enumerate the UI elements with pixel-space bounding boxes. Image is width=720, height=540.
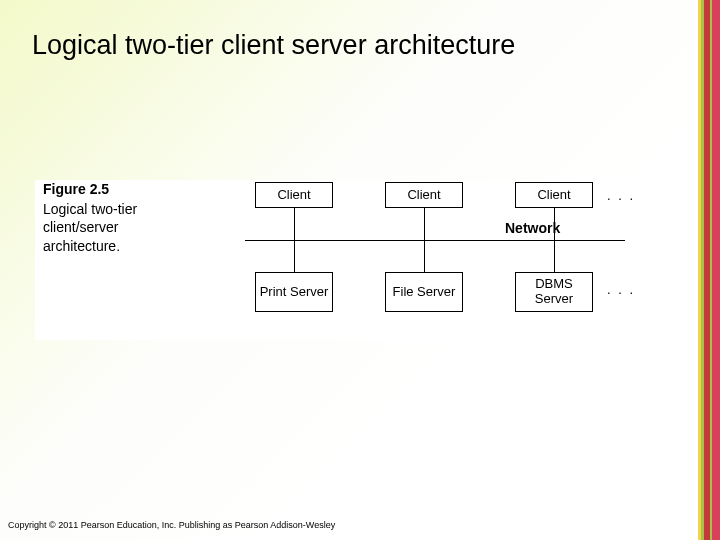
network-label: Network [505, 220, 560, 236]
slide-title: Logical two-tier client server architect… [32, 30, 515, 61]
connector-line [424, 208, 425, 240]
server-box: Print Server [255, 272, 333, 312]
copyright-text: Copyright © 2011 Pearson Education, Inc.… [8, 520, 335, 530]
server-box: DBMS Server [515, 272, 593, 312]
connector-line [424, 240, 425, 272]
client-box: Client [515, 182, 593, 208]
server-box: File Server [385, 272, 463, 312]
client-box: Client [255, 182, 333, 208]
slide: Logical two-tier client server architect… [0, 0, 720, 540]
connector-line [554, 208, 555, 240]
connector-line [294, 240, 295, 272]
network-bus-line [245, 240, 625, 241]
figure-caption: Figure 2.5 Logical two-tier client/serve… [43, 180, 183, 255]
figure-area: Figure 2.5 Logical two-tier client/serve… [35, 180, 675, 340]
ellipsis-icon: . . . [607, 188, 635, 203]
client-box: Client [385, 182, 463, 208]
figure-caption-text: Logical two-tier client/server architect… [43, 201, 137, 253]
connector-line [554, 240, 555, 272]
architecture-diagram: Client Client Client . . . Network Print… [215, 180, 665, 320]
connector-line [294, 208, 295, 240]
figure-number: Figure 2.5 [43, 180, 183, 198]
decorative-stripe [698, 0, 720, 540]
ellipsis-icon: . . . [607, 282, 635, 297]
